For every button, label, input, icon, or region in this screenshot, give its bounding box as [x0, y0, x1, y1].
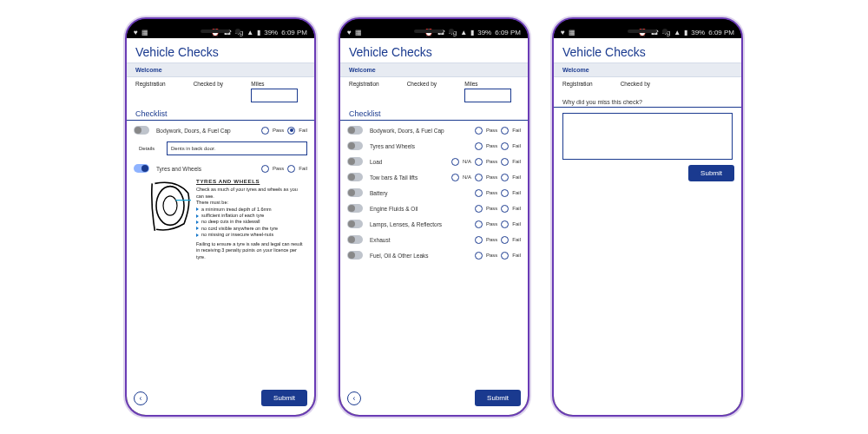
radio-pass[interactable] [475, 127, 483, 135]
checklist-row: BatteryPassFail [347, 185, 521, 201]
battery-icon: ▮ [470, 29, 474, 36]
details-input[interactable] [167, 141, 307, 155]
radio-pass[interactable] [261, 127, 269, 135]
battery-percent: 39% [691, 29, 705, 36]
row-label: Lamps, Lenses, & Reflectors [366, 221, 471, 227]
info-intro2: There must be: [196, 200, 304, 206]
radio-pass[interactable] [261, 165, 269, 173]
radio-pass[interactable] [475, 205, 483, 213]
miles-input[interactable] [464, 89, 511, 102]
radio-fail[interactable] [501, 142, 509, 150]
registration-label: Registration [349, 81, 404, 87]
radio-pass[interactable] [475, 252, 483, 260]
radio-pass[interactable] [475, 236, 483, 244]
toggle[interactable] [347, 173, 363, 181]
registration-label: Registration [562, 81, 617, 87]
signal-icon: ▲ [460, 29, 467, 36]
app-icon: ▦ [141, 29, 148, 36]
toggle[interactable] [347, 220, 363, 228]
miss-question: Why did you miss this check? [554, 94, 741, 108]
radio-pass[interactable] [475, 174, 483, 181]
battery-percent: 39% [264, 29, 278, 36]
checklist-row: Tyres and Wheels Pass Fail [134, 161, 307, 176]
radio-pass[interactable] [475, 220, 483, 228]
clock: 6:09 PM [708, 29, 734, 36]
battery-percent: 39% [477, 29, 491, 36]
wheel-icon [149, 178, 191, 233]
toggle[interactable] [347, 188, 363, 197]
registration-label: Registration [135, 81, 190, 87]
page-title: Vehicle Checks [127, 38, 314, 62]
toggle-bodywork[interactable] [134, 126, 149, 135]
radio-na[interactable] [451, 174, 459, 181]
row-label: Bodywork, Doors, & Fuel Cap [153, 128, 258, 134]
page-title: Vehicle Checks [554, 38, 741, 62]
battery-icon: ▮ [257, 29, 260, 36]
welcome-section: Welcome [554, 62, 741, 77]
app-icon: ▦ [355, 29, 362, 36]
row-label: Engine Fluids & Oil [366, 206, 471, 212]
toggle[interactable] [347, 204, 363, 213]
signal-icon: ▲ [247, 29, 253, 36]
row-label: Tow bars & Tail lifts [366, 174, 448, 181]
details-label: Details [139, 146, 161, 151]
phone-mockup-2: ♥ ▦ ⏰ ☎ 4g ▲ ▮ 39% 6:09 PM Vehicle Check… [339, 17, 529, 417]
app-icon: ▦ [569, 29, 575, 36]
info-title: TYRES AND WHEELS [196, 178, 304, 185]
row-label: Exhaust [366, 237, 471, 243]
checklist-heading: Checklist [127, 108, 314, 121]
submit-button[interactable]: Submit [475, 390, 521, 406]
checklist-row: Engine Fluids & OilPassFail [347, 201, 521, 216]
checklist-row: Lamps, Lenses, & ReflectorsPassFail [347, 216, 521, 232]
toggle[interactable] [347, 141, 363, 150]
checklist-row: ExhaustPassFail [347, 232, 521, 247]
toggle-tyres[interactable] [134, 164, 149, 173]
miss-reason-textarea[interactable] [562, 113, 733, 160]
radio-fail[interactable] [287, 165, 295, 173]
page-title: Vehicle Checks [340, 38, 528, 62]
info-warning: Failing to ensure a tyre is safe and leg… [196, 241, 304, 260]
battery-icon: ▮ [684, 29, 687, 36]
checked-by-label: Checked by [194, 81, 248, 87]
toggle[interactable] [347, 126, 363, 135]
clock: 6:09 PM [495, 29, 521, 36]
radio-na[interactable] [451, 158, 459, 166]
radio-pass[interactable] [475, 142, 483, 150]
radio-fail[interactable] [501, 252, 509, 260]
checklist-row: LoadN/APassFail [347, 154, 521, 169]
radio-pass[interactable] [475, 189, 483, 197]
tyre-illustration: TYRES AND WHEELS Check as much of your t… [134, 176, 307, 264]
radio-pass[interactable] [475, 158, 483, 166]
miles-input[interactable] [251, 89, 298, 102]
checked-by-label: Checked by [621, 81, 675, 87]
welcome-section: Welcome [340, 62, 528, 77]
radio-fail[interactable] [287, 127, 295, 135]
row-label: Fuel, Oil & Other Leaks [366, 253, 471, 259]
radio-fail[interactable] [501, 158, 509, 166]
submit-button[interactable]: Submit [261, 390, 307, 406]
checklist-row: Tow bars & Tail liftsN/APassFail [347, 169, 521, 185]
radio-fail[interactable] [501, 236, 509, 244]
radio-fail[interactable] [501, 189, 509, 197]
checklist-row: Fuel, Oil & Other LeaksPassFail [347, 247, 521, 263]
welcome-section: Welcome [127, 62, 314, 77]
submit-button[interactable]: Submit [688, 165, 734, 181]
heart-icon: ♥ [134, 29, 138, 36]
info-intro: Check as much of your tyres and wheels a… [196, 187, 304, 200]
checklist-row: Tyres and WheelsPassFail [347, 138, 521, 154]
radio-fail[interactable] [501, 174, 509, 181]
toggle[interactable] [347, 251, 363, 260]
back-button[interactable]: ‹ [134, 391, 148, 405]
row-label: Bodywork, Doors, & Fuel Cap [366, 128, 471, 134]
radio-fail[interactable] [501, 220, 509, 228]
checklist-row: Bodywork, Doors, & Fuel Cap Pass Fail [134, 122, 307, 138]
radio-fail[interactable] [501, 127, 509, 135]
toggle[interactable] [347, 235, 363, 244]
back-button[interactable]: ‹ [347, 391, 361, 405]
svg-point-0 [156, 187, 184, 226]
toggle[interactable] [347, 157, 363, 166]
row-label: Tyres and Wheels [366, 143, 471, 149]
miles-label: Miles [464, 81, 519, 87]
radio-fail[interactable] [501, 205, 509, 213]
svg-point-1 [163, 196, 177, 215]
